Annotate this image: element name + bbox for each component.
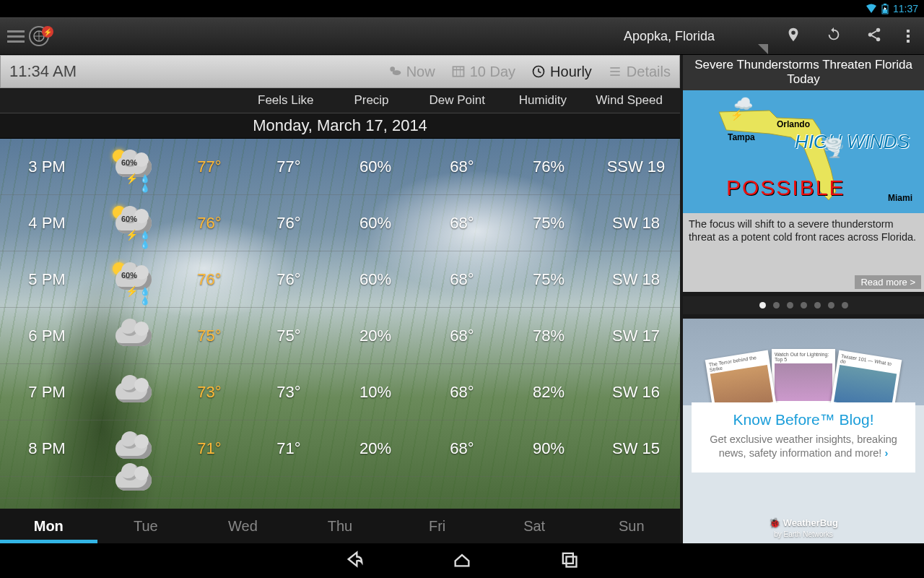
hour-time: 8 PM (0, 439, 94, 458)
read-more-link[interactable]: Read more > (855, 275, 921, 289)
hour-row[interactable]: 6 PM 75° 75° 20% 68° 78% SW 17 (0, 308, 680, 364)
hour-humid: 82% (505, 383, 592, 402)
hour-time: 6 PM (0, 327, 94, 345)
hour-humid: 90% (505, 439, 592, 458)
tab-now[interactable]: Now (388, 64, 435, 80)
recent-apps-button[interactable] (559, 549, 579, 572)
location-label[interactable]: Apopka, Florida (624, 29, 715, 44)
hour-temp: 76° (173, 214, 245, 233)
blog-card[interactable]: The Terror behind the Strike Watch Out f… (683, 319, 924, 543)
svg-rect-11 (453, 66, 463, 76)
hour-time: 7 PM (0, 383, 94, 402)
hour-row[interactable]: 4 PM 60%⚡💧💧 76° 76° 60% 68° 75% SW 18 (0, 195, 680, 251)
col-precip: Precip (328, 93, 414, 108)
blog-desc: Get exclusive weather insights, breaking… (699, 433, 908, 461)
hour-precip: 20% (332, 439, 419, 458)
location-pin-icon[interactable] (785, 27, 801, 46)
side-pane: Severe Thunderstorms Threaten Florida To… (680, 55, 924, 543)
hour-wind: SW 18 (592, 214, 680, 233)
day-tabs: MonTueWedThuFriSatSun (0, 509, 680, 543)
hour-feels: 71° (245, 439, 332, 458)
day-tab-fri[interactable]: Fri (388, 509, 486, 543)
day-tab-mon[interactable]: Mon (0, 509, 97, 543)
map-tampa: Tampa (728, 132, 755, 142)
svg-rect-19 (563, 553, 573, 564)
hour-temp: 75° (173, 327, 245, 345)
battery-icon (881, 4, 889, 14)
weather-icon: 60%⚡💧💧 (94, 206, 173, 241)
map-orlando: Orlando (777, 119, 810, 129)
hour-dew: 68° (419, 327, 505, 345)
svg-point-10 (392, 70, 401, 75)
hour-dew: 68° (419, 158, 505, 176)
hour-precip: 10% (332, 383, 419, 402)
hourly-list[interactable]: 3 PM 60%⚡💧💧 77° 77° 60% 68° 76% SSW 19 4… (0, 139, 680, 509)
hour-dew: 68° (419, 439, 505, 458)
hour-precip: 60% (332, 270, 419, 289)
android-nav-bar (0, 543, 924, 578)
weather-icon: 60%⚡💧💧 (94, 150, 173, 184)
hour-time: 4 PM (0, 214, 94, 233)
tab-hourly[interactable]: Hourly (531, 64, 592, 80)
alert-badge-icon: ⚡ (42, 26, 53, 38)
back-button[interactable] (345, 549, 365, 572)
hour-humid: 75% (505, 214, 592, 233)
hour-dew: 68° (419, 383, 505, 402)
svg-point-6 (876, 28, 881, 33)
col-wind: Wind Speed (585, 93, 673, 108)
hour-feels: 76° (245, 270, 332, 289)
col-feels: Feels Like (243, 93, 328, 108)
hour-time: 3 PM (0, 158, 94, 176)
date-banner: Monday, March 17, 2014 (0, 113, 680, 139)
hour-precip: 60% (332, 214, 419, 233)
hour-row[interactable]: 3 PM 60%⚡💧💧 77° 77° 60% 68° 76% SSW 19 (0, 139, 680, 195)
day-tab-sun[interactable]: Sun (583, 509, 680, 543)
day-tab-thu[interactable]: Thu (292, 509, 389, 543)
clock-icon (531, 64, 546, 79)
app-logo[interactable]: ⚡ (29, 26, 49, 46)
map-possible: POSSIBLE (726, 176, 845, 200)
hour-temp: 73° (173, 383, 245, 402)
alert-card[interactable]: Severe Thunderstorms Threaten Florida To… (683, 55, 924, 292)
android-status-bar: 11:37 (0, 0, 924, 17)
hour-precip: 20% (332, 327, 419, 345)
col-humid: Humidity (500, 93, 586, 108)
hour-dew: 68° (419, 214, 505, 233)
hour-row[interactable]: 7 PM 73° 73° 10% 68° 82% SW 16 (0, 364, 680, 420)
hour-precip: 60% (332, 158, 419, 176)
hour-temp: 76° (173, 270, 245, 289)
map-miami: Miami (888, 193, 912, 203)
hour-feels: 76° (245, 214, 332, 233)
overflow-menu-icon[interactable] (907, 30, 910, 43)
hour-row[interactable]: 8 PM 71° 71° 20% 68° 90% SW 15 (0, 420, 680, 477)
list-icon (608, 64, 622, 79)
weather-icon (94, 319, 173, 353)
tab-10day[interactable]: 10 Day (451, 64, 515, 80)
day-tab-sat[interactable]: Sat (486, 509, 583, 543)
hour-feels: 77° (245, 158, 332, 176)
menu-icon[interactable] (7, 30, 25, 43)
share-icon[interactable] (866, 27, 882, 46)
carousel-dots[interactable] (683, 296, 924, 314)
hour-wind: SW 17 (592, 327, 680, 345)
column-headers: Feels Like Precip Dew Point Humidity Win… (0, 88, 680, 113)
day-tab-wed[interactable]: Wed (194, 509, 292, 543)
weather-icon (94, 431, 173, 466)
app-action-bar: ⚡ Apopka, Florida (0, 17, 924, 55)
hour-wind: SSW 19 (592, 158, 680, 176)
tab-details[interactable]: Details (608, 64, 671, 80)
day-tab-tue[interactable]: Tue (97, 509, 195, 543)
hour-feels: 73° (245, 383, 332, 402)
blog-footer: 🐞 WeatherBug by Earth Networks (683, 517, 924, 539)
main-pane: 11:34 AM Now 10 Day Hourly Details (0, 55, 680, 543)
svg-rect-1 (884, 4, 886, 5)
svg-rect-20 (567, 557, 577, 567)
refresh-icon[interactable] (826, 27, 842, 46)
hour-humid: 75% (505, 270, 592, 289)
hour-time: 5 PM (0, 270, 94, 289)
home-button[interactable] (452, 549, 472, 572)
hour-row[interactable]: 5 PM 60%⚡💧💧 76° 76° 60% 68° 75% SW 18 (0, 251, 680, 308)
alert-map: ☁️ ⚡ Orlando Tampa Miami HIGH WINDS 🌪️ P… (683, 90, 924, 213)
location-dropdown-icon[interactable] (758, 44, 768, 54)
hour-wind: SW 18 (592, 270, 680, 289)
